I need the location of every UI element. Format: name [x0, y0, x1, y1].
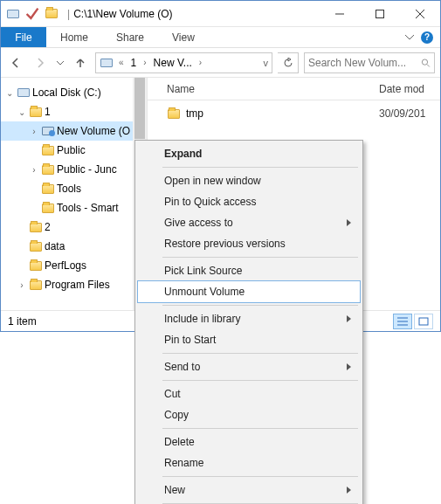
- item-name: tmp: [186, 107, 379, 120]
- chevron-right-icon[interactable]: ›: [197, 58, 203, 67]
- expander-none: [29, 203, 39, 213]
- folder-icon: [29, 278, 43, 292]
- menu-item-label: Open in new window: [164, 175, 261, 187]
- expander-none: [17, 260, 27, 271]
- expander-closed-icon[interactable]: ›: [29, 126, 39, 136]
- menu-separator: [162, 257, 358, 258]
- tree-item-label: 1: [45, 106, 51, 118]
- menu-item-label: Pin to Quick access: [164, 196, 256, 208]
- file-tab[interactable]: File: [1, 27, 46, 47]
- tree-item[interactable]: 2: [1, 217, 147, 237]
- tree-item[interactable]: Tools - Smart: [1, 198, 147, 217]
- menu-item[interactable]: Pick Link Source: [138, 260, 360, 281]
- folder-icon: [41, 182, 55, 196]
- folder-icon: [29, 239, 43, 253]
- view-large-icons-button[interactable]: [414, 314, 433, 329]
- maximize-button[interactable]: [360, 1, 400, 27]
- chevron-right-icon[interactable]: ›: [141, 58, 148, 67]
- folder-icon: [167, 107, 181, 121]
- tree-item-label: Program Files: [45, 279, 110, 291]
- ribbon-expand-icon[interactable]: [405, 31, 414, 44]
- tree-item-label: data: [45, 240, 65, 252]
- tree-item[interactable]: ›Program Files: [1, 275, 147, 294]
- minimize-button[interactable]: [320, 1, 360, 27]
- forward-button[interactable]: [31, 53, 50, 72]
- address-bar[interactable]: « 1 › New V... › v: [95, 52, 272, 73]
- qat-newfolder-icon[interactable]: [45, 7, 59, 21]
- recent-locations-button[interactable]: [55, 53, 65, 72]
- address-dropdown-icon[interactable]: v: [264, 58, 269, 68]
- menu-item-label: Give access to: [164, 217, 233, 229]
- tree-item[interactable]: Tools: [1, 179, 147, 198]
- menu-separator: [162, 305, 358, 306]
- menu-item[interactable]: Open in new window: [138, 170, 360, 191]
- view-details-button[interactable]: [393, 314, 412, 329]
- tab-share[interactable]: Share: [102, 27, 158, 47]
- column-name[interactable]: Name: [167, 83, 379, 95]
- folder-icon: [29, 259, 43, 273]
- expander-open-icon[interactable]: ⌄: [4, 87, 15, 98]
- tree-item[interactable]: ›Public - Junc: [1, 160, 147, 179]
- tree-item-label: PerfLogs: [45, 259, 86, 272]
- tree-item[interactable]: data: [1, 237, 147, 256]
- tab-view[interactable]: View: [158, 27, 209, 47]
- list-item[interactable]: tmp30/09/201: [148, 104, 440, 123]
- qat-separator: |: [64, 8, 73, 20]
- tree-item[interactable]: ›New Volume (O: [1, 121, 147, 141]
- search-input[interactable]: [308, 57, 417, 69]
- folder-icon: [41, 201, 55, 215]
- expander-none: [29, 183, 39, 194]
- status-text: 1 item: [8, 315, 37, 328]
- menu-item[interactable]: Unmount Volume: [138, 281, 360, 302]
- menu-item[interactable]: Include in library: [138, 308, 360, 329]
- menu-item[interactable]: Pin to Quick access: [138, 191, 360, 212]
- column-headers[interactable]: Name Date mod: [148, 78, 440, 100]
- nav-bar: « 1 › New V... › v: [1, 48, 440, 78]
- menu-separator: [162, 167, 358, 168]
- expander-none: [17, 241, 27, 252]
- breadcrumb[interactable]: New V...: [152, 57, 194, 69]
- breadcrumb[interactable]: 1: [129, 57, 139, 69]
- expander-closed-icon[interactable]: ›: [29, 164, 39, 175]
- window-title: C:\1\New Volume (O): [73, 8, 172, 20]
- search-box[interactable]: [304, 52, 435, 73]
- up-button[interactable]: [71, 53, 90, 72]
- menu-item-label: Expand: [164, 148, 202, 160]
- help-icon[interactable]: ?: [421, 31, 433, 44]
- svg-rect-9: [419, 318, 428, 325]
- refresh-button[interactable]: [278, 52, 299, 73]
- tree-item[interactable]: Public: [1, 141, 147, 160]
- menu-item[interactable]: Restore previous versions: [138, 233, 360, 254]
- back-button[interactable]: [6, 53, 25, 72]
- ribbon: File Home Share View ?: [1, 27, 440, 48]
- expander-open-icon[interactable]: ⌄: [17, 107, 27, 117]
- expander-none: [29, 145, 39, 155]
- menu-item[interactable]: Expand: [138, 143, 360, 164]
- nav-tree[interactable]: ⌄Local Disk (C:)⌄1›New Volume (OPublic›P…: [1, 78, 148, 310]
- tree-item-label: New Volume (O: [57, 125, 130, 137]
- tab-home[interactable]: Home: [46, 27, 102, 47]
- vhd-icon: [41, 124, 55, 138]
- tree-item-label: 2: [45, 221, 51, 233]
- column-date[interactable]: Date mod: [379, 83, 440, 95]
- tree-item[interactable]: ⌄Local Disk (C:): [1, 83, 147, 102]
- folder-icon: [29, 105, 43, 119]
- close-button[interactable]: [400, 1, 440, 27]
- context-menu[interactable]: ExpandOpen in new windowPin to Quick acc…: [134, 140, 363, 332]
- qat-properties-icon[interactable]: [25, 7, 39, 21]
- svg-rect-1: [376, 10, 384, 17]
- tree-item-label: Public: [57, 144, 86, 156]
- menu-item[interactable]: Pin to Start: [138, 329, 360, 332]
- app-icon: [6, 7, 20, 21]
- menu-item[interactable]: Give access to: [138, 212, 360, 233]
- folder-icon: [29, 220, 43, 234]
- tree-item-label: Tools: [57, 183, 81, 195]
- svg-point-4: [423, 59, 428, 64]
- item-date: 30/09/201: [379, 107, 440, 120]
- scrollbar-thumb[interactable]: [134, 78, 145, 139]
- tree-item-label: Local Disk (C:): [32, 86, 101, 99]
- chevron-right-icon[interactable]: «: [117, 58, 126, 67]
- tree-item[interactable]: PerfLogs: [1, 256, 147, 275]
- tree-item[interactable]: ⌄1: [1, 102, 147, 121]
- expander-closed-icon[interactable]: ›: [17, 280, 27, 290]
